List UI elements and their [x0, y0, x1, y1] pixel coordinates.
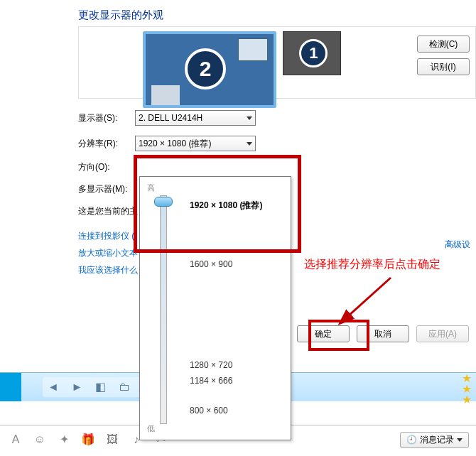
- multi-display-label: 多显示器(M):: [78, 183, 135, 195]
- identify-button[interactable]: 识别(I): [417, 58, 470, 75]
- res-option-recommended[interactable]: 1920 × 1080 (推荐): [190, 200, 262, 212]
- slider-thumb[interactable]: [154, 197, 173, 207]
- page-title: 更改显示器的外观: [0, 0, 476, 26]
- svg-line-0: [341, 278, 391, 322]
- monitor-1[interactable]: 1: [283, 31, 341, 75]
- slider-track[interactable]: [160, 195, 167, 424]
- res-option-1600[interactable]: 1600 × 900: [190, 259, 232, 269]
- resolution-label: 分辨率(R):: [78, 138, 135, 150]
- resolution-select[interactable]: 1920 × 1080 (推荐): [135, 136, 256, 151]
- sparkle-icon[interactable]: ✦: [55, 431, 72, 448]
- link-zoom-text[interactable]: 放大或缩小文本: [78, 248, 138, 258]
- link-which-settings[interactable]: 我应该选择什么: [78, 265, 138, 275]
- taskbar-accent: [0, 373, 21, 401]
- chevron-down-icon: [247, 116, 252, 120]
- star-column: ★ ★ ★: [462, 373, 472, 405]
- display-label: 显示器(S):: [78, 112, 135, 124]
- chevron-down-icon: [457, 438, 463, 442]
- display-value: 2. DELL U2414H: [139, 113, 202, 123]
- emoji-icon[interactable]: ☺: [31, 431, 48, 448]
- resolution-dropdown[interactable]: 高 低 1920 × 1080 (推荐) 1600 × 900 1280 × 7…: [139, 176, 291, 440]
- clock-icon: 🕘: [406, 435, 417, 445]
- fwd-icon[interactable]: ►: [69, 379, 85, 395]
- image-icon[interactable]: 🖼: [104, 431, 121, 448]
- res-option-1184[interactable]: 1184 × 666: [190, 376, 232, 386]
- message-log-button[interactable]: 🕘 消息记录: [400, 432, 469, 448]
- back-icon[interactable]: ◄: [45, 379, 61, 395]
- monitor-preview-panel: 2 1 检测(C) 识别(I): [78, 26, 476, 99]
- monitor-2[interactable]: 2: [143, 31, 276, 108]
- annotation-text: 选择推荐分辨率后点击确定: [304, 257, 440, 272]
- res-option-800[interactable]: 800 × 600: [190, 406, 228, 416]
- advanced-settings-link[interactable]: 高级设: [445, 239, 470, 251]
- res-option-1280[interactable]: 1280 × 720: [190, 360, 232, 370]
- resolution-value: 1920 × 1080 (推荐): [139, 138, 211, 150]
- folder-icon[interactable]: 🗀: [117, 379, 132, 395]
- app-icon[interactable]: ◧: [93, 379, 109, 395]
- window-thumb: [238, 38, 268, 61]
- taskbar-thumb: [151, 85, 180, 105]
- star-icon: ★: [462, 373, 472, 384]
- star-icon: ★: [462, 394, 472, 405]
- chevron-down-icon: [247, 142, 252, 146]
- detect-button[interactable]: 检测(C): [417, 36, 470, 53]
- orientation-label: 方向(O):: [78, 161, 135, 173]
- current-main-text: 这是您当前的主: [78, 205, 138, 217]
- apply-button: 应用(A): [416, 325, 469, 342]
- gift-icon[interactable]: 🎁: [80, 431, 97, 448]
- star-icon: ★: [462, 384, 472, 394]
- monitor-1-badge: 1: [299, 39, 328, 67]
- slider-low-label: 低: [147, 423, 155, 434]
- link-projector[interactable]: 连接到投影仪 (: [78, 231, 134, 241]
- monitor-2-badge: 2: [185, 48, 226, 89]
- slider-high-label: 高: [147, 183, 155, 193]
- message-log-label: 消息记录: [420, 434, 454, 446]
- display-select[interactable]: 2. DELL U2414H: [135, 110, 256, 126]
- annotation-arrow: [334, 274, 405, 331]
- font-icon[interactable]: A: [7, 431, 24, 448]
